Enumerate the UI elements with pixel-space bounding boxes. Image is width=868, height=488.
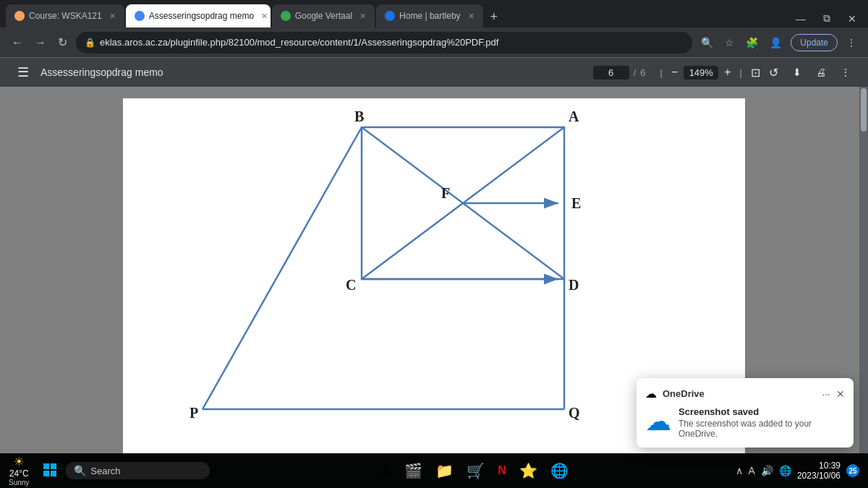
tab-bartleby[interactable]: Home | bartleby ✕ <box>376 4 483 27</box>
tab-close-course[interactable]: ✕ <box>109 12 116 21</box>
system-clock[interactable]: 10:39 2023/10/06 <box>797 461 841 481</box>
fit-page-button[interactable]: ⊡ <box>748 63 763 82</box>
page-separator: / <box>634 67 637 78</box>
label-C: C <box>346 277 356 293</box>
tab-memo[interactable]: Assesseringsopdrag memo ✕ <box>126 4 271 27</box>
lock-icon: 🔒 <box>85 38 95 48</box>
search-bar-label: Search <box>90 466 120 476</box>
total-pages: 6 <box>640 67 645 78</box>
taskbar-left: ☀ 24°C Sunny <box>9 455 35 487</box>
profile-icon-btn[interactable]: 👤 <box>767 34 785 51</box>
update-button[interactable]: Update <box>791 34 838 51</box>
search-bar[interactable]: 🔍 Search <box>65 462 210 479</box>
tab-course[interactable]: Course: WSKA121 ✕ <box>6 4 124 27</box>
pdf-page-controls: / 6 <box>593 66 646 80</box>
sidebar-toggle-button[interactable]: ☰ <box>12 61 35 83</box>
search-icon-btn[interactable]: 🔍 <box>698 34 716 51</box>
zoom-controls: | − + | ⊡ ↺ <box>658 63 781 82</box>
taskbar-right: ∧ A 🔊 🌐 10:39 2023/10/06 25 <box>736 461 859 481</box>
more-options-button[interactable]: ⋮ <box>835 64 856 81</box>
forward-button[interactable]: → <box>32 33 49 52</box>
tab-translate[interactable]: Google Vertaal ✕ <box>272 4 375 27</box>
clock-date: 2023/10/06 <box>797 471 841 481</box>
zoom-in-button[interactable]: + <box>721 63 733 82</box>
tab-favicon-course <box>14 11 25 21</box>
back-button[interactable]: ← <box>9 33 26 52</box>
tab-favicon-memo <box>135 11 145 21</box>
new-tab-button[interactable]: + <box>485 7 504 27</box>
notification-body: ☁ Screenshot saved The screenshot was ad… <box>645 406 845 439</box>
separator-1: | <box>660 67 663 78</box>
window-controls: — ⧉ ✕ <box>790 9 862 27</box>
tab-bar: Course: WSKA121 ✕ Assesseringsopdrag mem… <box>0 0 868 27</box>
tab-close-memo[interactable]: ✕ <box>261 12 268 21</box>
label-B: B <box>354 108 364 124</box>
tab-close-bartleby[interactable]: ✕ <box>468 12 475 21</box>
volume-icon[interactable]: 🔊 <box>761 465 773 476</box>
svg-rect-12 <box>51 471 56 476</box>
taskbar-star-app[interactable]: ⭐ <box>515 459 542 482</box>
address-bar: ← → ↻ 🔒 eklas.aros.ac.za/pluginfile.php/… <box>0 27 868 58</box>
network-icon[interactable]: 🌐 <box>779 465 791 476</box>
tab-close-translate[interactable]: ✕ <box>359 12 366 21</box>
taskbar: ☀ 24°C Sunny 🔍 Search 🏞 🎬 📁 🛒 N ⭐ � <box>0 453 868 488</box>
browser-frame: Course: WSKA121 ✕ Assesseringsopdrag mem… <box>0 0 868 488</box>
onedrive-app-name: OneDrive <box>663 388 816 399</box>
scroll-thumb[interactable] <box>861 88 867 132</box>
url-box[interactable]: 🔒 eklas.aros.ac.za/pluginfile.php/82100/… <box>76 32 692 53</box>
reload-button[interactable]: ↻ <box>55 33 70 52</box>
language-icon: A <box>749 465 755 476</box>
tab-favicon-translate <box>281 11 291 21</box>
label-E: E <box>571 195 581 211</box>
restore-button[interactable]: ⧉ <box>817 9 836 27</box>
tab-label-course: Course: WSKA121 <box>29 11 102 21</box>
print-button[interactable]: 🖨 <box>810 64 832 81</box>
minimize-button[interactable]: — <box>790 10 812 27</box>
label-F: F <box>441 185 450 201</box>
weather-icon: ☀ <box>14 455 24 468</box>
zoom-input[interactable] <box>684 66 718 80</box>
weather-widget: ☀ 24°C Sunny <box>9 455 29 487</box>
bookmark-icon-btn[interactable]: ☆ <box>722 34 737 51</box>
onedrive-notification: ☁ OneDrive ··· ✕ ☁ Screenshot saved The … <box>637 378 854 448</box>
label-D: D <box>569 277 579 293</box>
extension-icon-btn[interactable]: 🧩 <box>743 34 761 51</box>
tab-label-translate: Google Vertaal <box>295 11 352 21</box>
svg-rect-10 <box>51 463 56 469</box>
notification-close-btn[interactable]: ✕ <box>836 388 845 400</box>
more-menu-btn[interactable]: ⋮ <box>843 34 859 51</box>
svg-rect-9 <box>43 463 49 469</box>
current-page-input[interactable] <box>593 66 629 80</box>
taskbar-pinned-apps: 🏞 🎬 📁 🛒 N ⭐ 🌐 <box>216 459 729 482</box>
tab-label-bartleby: Home | bartleby <box>399 11 461 21</box>
rotate-button[interactable]: ↺ <box>766 63 781 82</box>
pdf-title: Assesseringsopdrag memo <box>41 67 587 78</box>
tab-favicon-bartleby <box>385 11 395 21</box>
weather-temperature: 24°C <box>9 468 29 479</box>
url-text: eklas.aros.ac.za/pluginfile.php/82100/mo… <box>100 37 684 48</box>
svg-rect-11 <box>43 471 49 476</box>
onedrive-app-icon: ☁ <box>645 387 657 401</box>
taskbar-chrome-app[interactable]: 🌐 <box>546 459 573 482</box>
tab-label-memo: Assesseringsopdrag memo <box>149 11 254 21</box>
chevron-up-icon[interactable]: ∧ <box>736 465 743 476</box>
taskbar-netflix-app[interactable]: N <box>493 459 511 482</box>
notification-badge[interactable]: 25 <box>846 464 859 477</box>
address-bar-icons: 🔍 ☆ 🧩 👤 Update ⋮ <box>698 34 859 51</box>
start-button[interactable] <box>41 461 59 481</box>
zoom-out-button[interactable]: − <box>668 63 681 82</box>
taskbar-files-app[interactable]: 📁 <box>431 459 458 482</box>
close-button[interactable]: ✕ <box>842 10 862 27</box>
taskbar-photos-app[interactable]: 🏞 <box>373 459 396 482</box>
notification-title: Screenshot saved <box>678 406 845 417</box>
download-button[interactable]: ⬇ <box>787 64 807 81</box>
notification-more-btn[interactable]: ··· <box>822 388 830 400</box>
label-P: P <box>190 405 198 421</box>
taskbar-video-app[interactable]: 🎬 <box>400 459 427 482</box>
scrollbar[interactable] <box>859 87 868 453</box>
notification-description: The screenshot was added to your OneDriv… <box>678 419 845 439</box>
windows-logo-icon <box>43 463 56 476</box>
taskbar-store-app[interactable]: 🛒 <box>462 459 489 482</box>
pdf-actions: ⬇ 🖨 ⋮ <box>787 64 856 81</box>
notification-header: ☁ OneDrive ··· ✕ <box>645 387 845 401</box>
